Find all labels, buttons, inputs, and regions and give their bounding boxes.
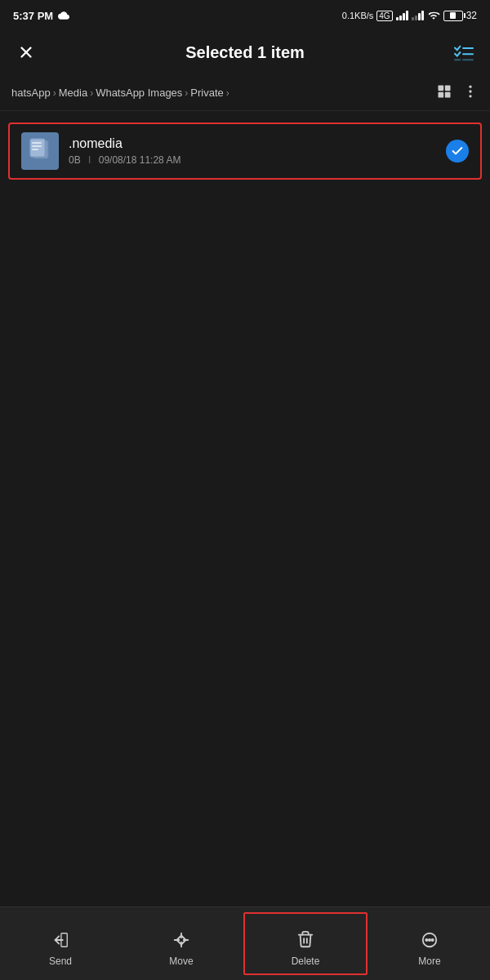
status-bar: 5:37 PM 0.1KB/s 4G 32: [0, 0, 490, 29]
send-nav-item[interactable]: Send: [0, 907, 121, 980]
svg-rect-18: [32, 142, 42, 144]
battery-icon: [443, 11, 463, 21]
status-right: 0.1KB/s 4G 32: [342, 10, 477, 21]
battery-level: 32: [466, 10, 477, 21]
network-type: 4G: [376, 11, 392, 21]
status-left: 5:37 PM: [13, 10, 69, 22]
close-button[interactable]: [13, 39, 39, 65]
svg-rect-6: [445, 85, 451, 91]
checklist-button[interactable]: [451, 39, 477, 65]
svg-rect-20: [32, 149, 38, 150]
file-name: .nomedia: [69, 136, 446, 151]
drive-icon: [58, 10, 69, 21]
file-item-nomedia[interactable]: .nomedia 0B I 09/08/18 11:28 AM: [8, 122, 482, 180]
delete-label: Delete: [292, 956, 320, 967]
move-icon: [171, 929, 192, 951]
svg-point-26: [429, 938, 430, 940]
svg-rect-7: [439, 91, 444, 97]
delete-icon: [295, 929, 316, 951]
breadcrumb-item-3[interactable]: Private: [190, 87, 223, 99]
file-selected-check[interactable]: [446, 140, 469, 163]
svg-point-10: [469, 90, 471, 92]
send-label: Send: [49, 956, 72, 967]
breadcrumb-sep-3: ›: [226, 87, 229, 99]
move-label: Move: [169, 956, 193, 967]
file-icon-wrapper: [21, 132, 59, 170]
svg-point-27: [432, 938, 434, 940]
action-bar: Selected 1 item: [0, 29, 490, 75]
breadcrumb-item-0[interactable]: hatsApp: [11, 87, 51, 99]
file-list: .nomedia 0B I 09/08/18 11:28 AM: [0, 111, 490, 191]
breadcrumb-path: hatsApp › Media › WhatsApp Images › Priv…: [11, 87, 436, 99]
bottom-nav: Send Move Delete: [0, 906, 490, 980]
svg-rect-5: [439, 85, 444, 91]
network-speed: 0.1KB/s: [342, 11, 374, 20]
svg-point-9: [469, 85, 471, 87]
svg-rect-8: [445, 91, 451, 97]
time-display: 5:37 PM: [13, 10, 53, 22]
breadcrumb-item-2[interactable]: WhatsApp Images: [96, 87, 182, 99]
breadcrumb-actions: [436, 83, 479, 103]
wifi-icon: [427, 10, 440, 21]
more-icon: [419, 929, 440, 951]
more-label: More: [418, 956, 440, 967]
svg-point-11: [469, 95, 471, 97]
breadcrumb-sep-0: ›: [53, 87, 56, 99]
signal-bars-2: [412, 11, 424, 20]
svg-point-25: [425, 938, 427, 940]
breadcrumb-sep-1: ›: [90, 87, 93, 99]
svg-rect-17: [30, 139, 45, 157]
more-options-button[interactable]: [462, 83, 479, 103]
delete-nav-item[interactable]: Delete: [243, 912, 368, 975]
move-nav-item[interactable]: Move: [121, 907, 242, 980]
more-nav-item[interactable]: More: [369, 907, 490, 980]
breadcrumb-sep-2: ›: [185, 87, 188, 99]
file-meta: 0B I 09/08/18 11:28 AM: [69, 154, 446, 166]
file-meta-sep: I: [88, 154, 91, 166]
file-date: 09/08/18 11:28 AM: [99, 154, 181, 166]
grid-view-button[interactable]: [436, 83, 452, 103]
file-size: 0B: [69, 154, 81, 166]
file-document-icon: [29, 138, 51, 164]
breadcrumb-item-1[interactable]: Media: [59, 87, 87, 99]
breadcrumb-bar: hatsApp › Media › WhatsApp Images › Priv…: [0, 75, 490, 111]
selection-title: Selected 1 item: [39, 43, 451, 62]
signal-bars-1: [396, 11, 408, 20]
send-icon: [50, 929, 71, 951]
file-info: .nomedia 0B I 09/08/18 11:28 AM: [69, 136, 446, 166]
svg-rect-19: [32, 145, 42, 147]
